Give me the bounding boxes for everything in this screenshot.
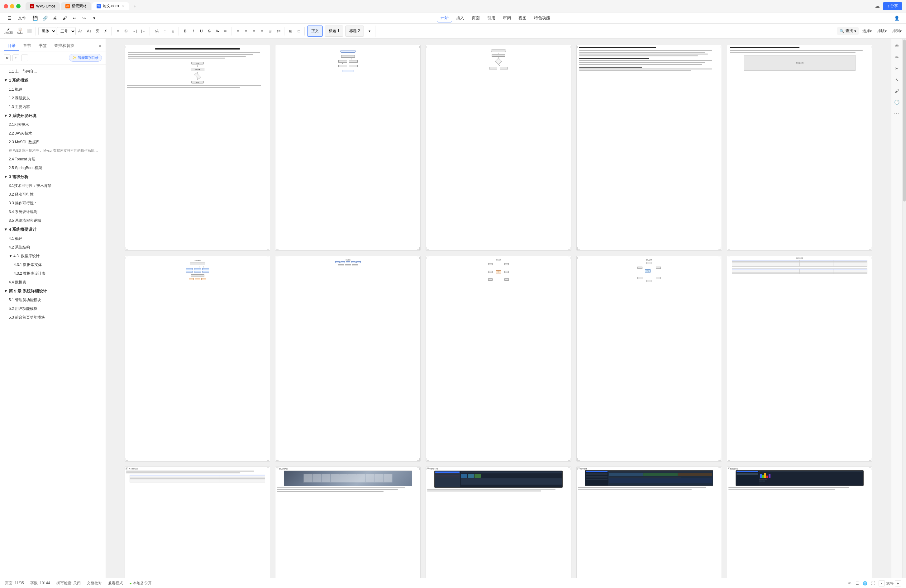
- tab-doc-close[interactable]: ✕: [122, 4, 124, 8]
- account-icon[interactable]: 👤: [892, 14, 901, 22]
- cloud-icon[interactable]: ☁: [875, 3, 880, 9]
- toc-item-4[interactable]: ▼ 4 系统概要设计: [0, 225, 105, 234]
- menu-insert[interactable]: 插入: [453, 14, 467, 22]
- indent-decrease-button[interactable]: |←: [139, 27, 148, 35]
- view-icon[interactable]: 👁: [893, 42, 901, 51]
- print-icon[interactable]: 🖨: [51, 14, 59, 22]
- underline-button[interactable]: U: [198, 27, 205, 35]
- page-thumbnail-10[interactable]: 数据库设计表: [727, 256, 873, 462]
- minimize-window-button[interactable]: [10, 4, 14, 8]
- arrange-button[interactable]: 排列 ▾: [890, 27, 903, 35]
- format-painter-button[interactable]: 🖌 格式刷: [3, 27, 14, 35]
- line-spacing-button[interactable]: ↕: [161, 27, 169, 35]
- toc-item-1-1[interactable]: 1.1 概述: [0, 85, 105, 94]
- page-thumbnail-1[interactable]: 开始 流程步骤 结束: [124, 45, 270, 251]
- columns-button[interactable]: ⊟: [266, 27, 274, 35]
- styles-more-button[interactable]: ▾: [366, 27, 373, 35]
- indent-increase-button[interactable]: →|: [130, 27, 139, 35]
- toc-item-1-3[interactable]: 1.3 主要内容: [0, 102, 105, 111]
- share-button[interactable]: ↑ 分享: [883, 2, 902, 10]
- menu-file[interactable]: 文件: [15, 14, 29, 22]
- select-button[interactable]: 选择 ▾: [861, 27, 874, 35]
- view-web-icon[interactable]: 🌐: [863, 581, 868, 585]
- toc-item-5[interactable]: ▼ 第 5 章 系统详细设计: [0, 287, 105, 296]
- bullet-list-button[interactable]: ≡: [114, 27, 121, 35]
- align-more-button[interactable]: ⊞: [169, 27, 177, 35]
- history-icon[interactable]: 🕐: [893, 98, 901, 107]
- expand-button[interactable]: +: [13, 54, 19, 61]
- find-button[interactable]: 🔍 查找 ▾: [837, 27, 859, 35]
- ai-toc-button[interactable]: ✨ 智能识别目录: [69, 54, 102, 62]
- paragraph-spacing-button[interactable]: ↕≡: [274, 27, 282, 35]
- toc-item-4-2[interactable]: 4.2 系统结构: [0, 243, 105, 252]
- toc-item-2-3-sub[interactable]: 在 WEB 应用技术中， Mysql 数据库支持不同的操作系统 ...: [0, 147, 105, 155]
- paste-button[interactable]: 📋 粘贴: [15, 27, 25, 35]
- sidebar-tab-toc[interactable]: 目录: [4, 41, 19, 51]
- border-button[interactable]: ⊞: [287, 27, 294, 35]
- toc-item-2-1[interactable]: 2.1相关技术: [0, 120, 105, 129]
- page-thumbnail-6[interactable]: 系统架构图: [124, 256, 270, 462]
- sidebar-tab-chapter[interactable]: 章节: [19, 41, 35, 51]
- justify-button[interactable]: ≡: [258, 27, 266, 35]
- menu-hamburger[interactable]: ☰: [5, 14, 14, 22]
- style-heading2[interactable]: 标题 2: [345, 25, 364, 37]
- font-name-select[interactable]: 黑体: [38, 27, 56, 35]
- page-thumbnail-8[interactable]: 实体关系 用户: [426, 256, 571, 462]
- maximize-window-button[interactable]: [16, 4, 21, 8]
- toc-item-3[interactable]: ▼ 3 需求分析: [0, 172, 105, 182]
- link-icon[interactable]: 🔗: [40, 14, 49, 22]
- frame-button[interactable]: □: [295, 27, 303, 35]
- font-size-select[interactable]: 三号: [57, 27, 76, 35]
- transform-button[interactable]: 变: [94, 27, 101, 35]
- toc-item-2-2[interactable]: 2.2 JAVA 技术: [0, 129, 105, 138]
- bold-button[interactable]: B: [181, 27, 189, 35]
- align-left-button[interactable]: ≡: [234, 27, 241, 35]
- menu-review[interactable]: 审阅: [500, 14, 514, 22]
- toc-item-2[interactable]: ▼ 2 系统开发环境: [0, 111, 105, 121]
- page-thumbnail-9[interactable]: 管理员关系 管理员: [576, 256, 722, 462]
- menu-page[interactable]: 页面: [469, 14, 483, 22]
- spell-check[interactable]: 拼写检查: 关闭: [56, 580, 81, 586]
- edit-icon[interactable]: ✏: [893, 53, 901, 62]
- clear-format-button[interactable]: ✗: [102, 27, 109, 35]
- menu-special[interactable]: 特色功能: [531, 14, 553, 22]
- page-thumbnail-14[interactable]: 5.1 后台管理界面: [576, 467, 722, 578]
- page-thumbnail-4[interactable]: [576, 45, 722, 251]
- toc-item-3-5[interactable]: 3.5 系统流程和逻辑: [0, 216, 105, 225]
- toc-item-4-3-1[interactable]: 4.3.1 数据库实体: [0, 260, 105, 269]
- new-tab-button[interactable]: +: [130, 2, 139, 10]
- crop-icon[interactable]: ✂: [893, 64, 901, 73]
- sidebar-tab-bookmark[interactable]: 书签: [35, 41, 51, 51]
- menu-view[interactable]: 视图: [515, 14, 530, 22]
- redo-button[interactable]: ↪: [80, 14, 88, 22]
- page-thumbnail-2[interactable]: [275, 45, 421, 251]
- brush-icon[interactable]: 🖌: [893, 86, 901, 95]
- toc-item-5-2[interactable]: 5.2 用户功能模块: [0, 304, 105, 313]
- zoom-out-button[interactable]: -: [879, 580, 885, 586]
- toc-item-4-3[interactable]: ▼ 4.3. 数据库设计: [0, 252, 105, 260]
- toc-item-4-3-2[interactable]: 4.3.2 数据库设计表: [0, 269, 105, 278]
- tab-template[interactable]: 稻 稻壳素材: [61, 2, 91, 10]
- document-area[interactable]: 开始 流程步骤 结束: [106, 38, 891, 578]
- align-center-button[interactable]: ≡: [242, 27, 250, 35]
- toc-item-2-3[interactable]: 2.3 MySQL 数据库: [0, 138, 105, 147]
- tab-wps[interactable]: W WPS Office: [26, 2, 60, 10]
- copy-button[interactable]: ⬜: [25, 27, 33, 35]
- save-icon[interactable]: 💾: [30, 14, 39, 22]
- toc-item-1[interactable]: ▼ 1 系统概述: [0, 76, 105, 85]
- toc-item-3-1[interactable]: 3.1技术可行性：技术背景: [0, 181, 105, 190]
- page-thumbnail-5[interactable]: 系统架构图: [727, 45, 873, 251]
- toc-item-4-1[interactable]: 4.1 概述: [0, 234, 105, 243]
- page-thumbnail-11[interactable]: 第 5 章 系统架构设计: [124, 467, 270, 578]
- view-normal-icon[interactable]: 👁: [848, 581, 852, 585]
- sort-button[interactable]: ↕A: [152, 27, 160, 35]
- view-full-icon[interactable]: ⛶: [871, 581, 875, 585]
- page-thumbnail-3[interactable]: [426, 45, 571, 251]
- zoom-in-button[interactable]: +: [895, 580, 901, 586]
- expand-all-button[interactable]: ⊕: [4, 54, 11, 61]
- strikethrough-button[interactable]: S̶: [206, 27, 213, 35]
- collapse-button[interactable]: -: [21, 54, 28, 61]
- sidebar-tab-findreplace[interactable]: 查找和替换: [51, 41, 78, 51]
- align-right-button[interactable]: ≡: [250, 27, 258, 35]
- toc-item-3-2[interactable]: 3.2 经济可行性: [0, 190, 105, 199]
